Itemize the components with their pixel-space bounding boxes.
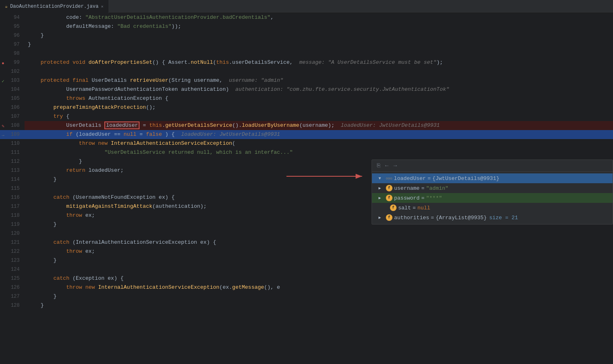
line-content: throw new InternalAuthenticationServiceE… bbox=[25, 283, 613, 292]
line-content: try { bbox=[25, 112, 613, 121]
line-number: 128 bbox=[0, 301, 25, 310]
root-eq: = bbox=[428, 175, 431, 182]
keyword-token: catch bbox=[53, 239, 72, 245]
line-content: } bbox=[25, 301, 613, 310]
code-line: 124 bbox=[0, 265, 613, 274]
indent bbox=[28, 104, 53, 110]
line-content: code: "AbstractUserDetailsAuthentication… bbox=[25, 13, 613, 22]
code-token: () { Assert. bbox=[152, 59, 191, 65]
code-line: 103✓ protected final UserDetails retriev… bbox=[0, 76, 613, 85]
line-number: 113 bbox=[0, 166, 25, 175]
line-content: } bbox=[25, 256, 613, 265]
code-token: (authentication); bbox=[152, 203, 207, 209]
salt-field-icon: f bbox=[390, 204, 397, 211]
authorities-field-icon: f bbox=[386, 214, 392, 221]
password-value: "***" bbox=[426, 195, 442, 201]
root-collapse-arrow[interactable]: ▼ bbox=[379, 176, 384, 181]
debug-authorities-row[interactable]: ▶ f authorities = {ArrayList@9935} size … bbox=[372, 213, 613, 222]
line-content: UsernamePasswordAuthenticationToken auth… bbox=[25, 85, 613, 94]
code-line: 106 prepareTimingAttackProtection(); bbox=[0, 103, 613, 112]
line-content: } bbox=[25, 31, 613, 40]
tab-bar: ☕ DaoAuthenticationProvider.java ✕ bbox=[0, 0, 613, 13]
indent bbox=[28, 122, 66, 128]
code-line: 127 } bbox=[0, 292, 613, 301]
line-content: defaultMessage: "Bad credentials")); bbox=[25, 22, 613, 31]
keyword-token: throw bbox=[66, 212, 86, 218]
bookmark-icon: → bbox=[2, 131, 5, 140]
function-token: mitigateAgainstTimingAttack bbox=[66, 203, 153, 209]
code-line: 102 bbox=[0, 67, 613, 76]
username-key: username bbox=[394, 185, 419, 191]
code-line: 125 catch (Exception ex) { bbox=[0, 274, 613, 283]
code-line: 97} bbox=[0, 40, 613, 49]
salt-key: salt bbox=[398, 205, 411, 211]
code-line: 96 } bbox=[0, 31, 613, 40]
password-expand-arrow[interactable]: ▶ bbox=[379, 195, 384, 200]
code-token: (); bbox=[146, 104, 156, 110]
line-number: 99● bbox=[0, 58, 25, 67]
indent bbox=[28, 203, 66, 209]
code-line: 108✎ UserDetails loadedUser = this.getUs… bbox=[0, 121, 613, 130]
line-number: 94 bbox=[0, 13, 25, 22]
debug-toolbar: ⎘ ← → bbox=[372, 160, 613, 172]
breakpoint-icon: ● bbox=[2, 59, 5, 68]
debug-username-row[interactable]: ▶ f username = "admin" bbox=[372, 183, 613, 193]
code-line: 122 throw ex; bbox=[0, 247, 613, 256]
editor-tab[interactable]: ☕ DaoAuthenticationProvider.java ✕ bbox=[0, 0, 109, 13]
line-number: 118 bbox=[0, 211, 25, 220]
line-content bbox=[25, 67, 613, 76]
inline-value-hint: username: "admin" bbox=[223, 77, 283, 83]
code-token: UserDetails bbox=[66, 122, 105, 128]
function-token: InternalAuthenticationServiceException bbox=[98, 284, 219, 290]
root-oo-icon: ∞∞ bbox=[386, 175, 392, 182]
authorities-size: size = 21 bbox=[489, 215, 518, 221]
debug-password-row[interactable]: ▶ f password = "***" bbox=[372, 193, 613, 203]
code-token: .userDetailsService, bbox=[229, 59, 293, 65]
code-token: } bbox=[53, 176, 56, 182]
indent bbox=[28, 167, 66, 173]
line-number: 110 bbox=[0, 139, 25, 148]
function-token: getMessage bbox=[232, 284, 264, 290]
code-token: (username); bbox=[299, 122, 334, 128]
debug-tree: ▼ ∞∞ loadedUser = {JwtUserDetails@9931} … bbox=[372, 172, 613, 224]
line-content: throws AuthenticationException { bbox=[25, 94, 613, 103]
error-icon: ✎ bbox=[2, 122, 5, 131]
indent bbox=[28, 248, 66, 254]
line-number: 105 bbox=[0, 94, 25, 103]
function-token: retrieveUser bbox=[130, 77, 169, 83]
debug-root-row[interactable]: ▼ ∞∞ loadedUser = {JwtUserDetails@9931} bbox=[372, 173, 613, 183]
code-token: defaultMessage: bbox=[66, 23, 117, 29]
line-number: 122 bbox=[0, 247, 25, 256]
forward-button[interactable]: → bbox=[392, 162, 398, 170]
function-token: notNull bbox=[191, 59, 213, 65]
function-token: InternalAuthenticationServiceException bbox=[111, 140, 232, 146]
indent bbox=[28, 212, 66, 218]
code-token: (String username, bbox=[168, 77, 223, 83]
back-button[interactable]: ← bbox=[383, 162, 390, 170]
code-line: 99● protected void doAfterPropertiesSet(… bbox=[0, 58, 613, 67]
keyword-token: throw bbox=[66, 284, 86, 290]
code-token: } bbox=[41, 302, 44, 308]
string-token: "AbstractUserDetailsAuthenticationProvid… bbox=[85, 14, 270, 20]
line-number: 96 bbox=[0, 31, 25, 40]
code-line: 107 try { bbox=[0, 112, 613, 121]
username-expand-arrow[interactable]: ▶ bbox=[379, 186, 384, 191]
copy-button[interactable]: ⎘ bbox=[375, 162, 382, 170]
line-number: 121 bbox=[0, 238, 25, 247]
password-field-icon: f bbox=[386, 195, 392, 201]
code-token: } bbox=[28, 41, 31, 47]
code-line: 109→ if (loadedUser == null = false ) { … bbox=[0, 130, 613, 139]
line-content bbox=[25, 265, 613, 274]
authorities-expand-arrow[interactable]: ▶ bbox=[379, 215, 384, 220]
code-token: loadedUser; bbox=[88, 167, 124, 173]
indent bbox=[28, 32, 41, 38]
line-number: 126 bbox=[0, 283, 25, 292]
tab-close-button[interactable]: ✕ bbox=[101, 4, 104, 9]
line-number: 119 bbox=[0, 220, 25, 229]
username-eq: = bbox=[421, 185, 424, 191]
code-token: (). bbox=[232, 122, 242, 128]
debug-salt-row[interactable]: f salt = null bbox=[372, 203, 613, 213]
code-token: ex; bbox=[85, 248, 95, 254]
indent bbox=[28, 131, 66, 137]
line-number: 95 bbox=[0, 22, 25, 31]
